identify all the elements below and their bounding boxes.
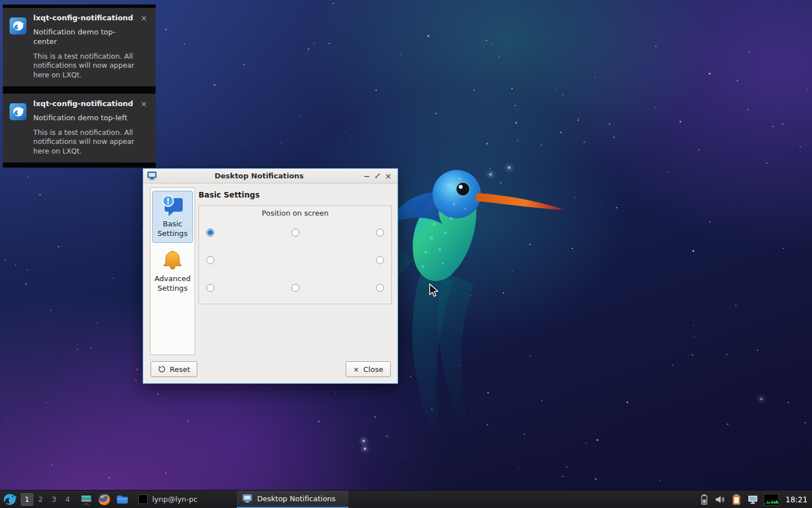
- radio-position-top-left[interactable]: [206, 218, 266, 246]
- groupbox-title: Position on screen: [199, 206, 391, 217]
- firefox-icon[interactable]: [98, 493, 111, 506]
- star: [760, 398, 762, 400]
- mouse-cursor: [427, 283, 440, 300]
- notification-top-left[interactable]: lxqt-config-notificationd × Notification…: [3, 90, 156, 168]
- star: [541, 144, 542, 146]
- task-button-terminal[interactable]: lynp@lyn-pc: [134, 491, 202, 508]
- star: [597, 439, 598, 441]
- star: [486, 143, 488, 144]
- star: [27, 177, 28, 178]
- star: [25, 283, 27, 284]
- window-icon: [242, 494, 252, 503]
- star: [626, 283, 627, 284]
- star: [345, 132, 346, 133]
- radio-indicator: [376, 284, 384, 292]
- star: [726, 354, 727, 355]
- star: [698, 149, 700, 151]
- workspace-button-1[interactable]: 1: [21, 493, 33, 506]
- close-window-button[interactable]: ×: [383, 169, 394, 183]
- star: [157, 393, 158, 395]
- star: [113, 278, 114, 279]
- star: [782, 124, 783, 125]
- minimize-button[interactable]: −: [361, 169, 372, 183]
- star: [486, 40, 487, 41]
- battery-icon[interactable]: [699, 493, 709, 506]
- star: [560, 132, 562, 133]
- radio-indicator: [206, 229, 214, 237]
- monitor-settings-icon[interactable]: [80, 493, 93, 506]
- lxqt-logo[interactable]: [2, 492, 17, 507]
- star: [427, 35, 429, 37]
- radio-position-bottom-center[interactable]: [266, 274, 325, 301]
- star: [435, 113, 436, 114]
- star: [584, 142, 585, 143]
- workspace-button-4[interactable]: 4: [61, 493, 74, 506]
- star: [498, 56, 500, 58]
- star: [318, 421, 320, 422]
- star: [749, 51, 750, 52]
- radio-position-bottom-right[interactable]: [325, 274, 384, 301]
- star: [350, 139, 351, 140]
- reset-icon: [158, 365, 166, 373]
- notification-app-name: lxqt-config-notificationd: [33, 99, 139, 108]
- star: [595, 478, 597, 480]
- star: [39, 194, 41, 195]
- clipboard-icon[interactable]: [731, 493, 742, 506]
- notification-body: This is a test notification. All notific…: [33, 52, 136, 80]
- star: [556, 89, 557, 90]
- star: [737, 80, 738, 81]
- window-title: Desktop Notifications: [157, 172, 361, 180]
- workspace-button-3[interactable]: 3: [48, 493, 60, 506]
- task-button-desktop-notifications[interactable]: Desktop Notifications: [237, 491, 348, 508]
- bell-icon: [160, 248, 185, 273]
- radio-position-middle-left[interactable]: [206, 246, 266, 274]
- sidebar-item-basic-settings[interactable]: Basic Settings: [152, 191, 193, 243]
- star: [594, 77, 595, 78]
- star: [562, 476, 563, 477]
- star: [585, 443, 586, 444]
- sidebar-item-advanced-settings[interactable]: Advanced Settings: [152, 246, 193, 297]
- star: [58, 246, 59, 247]
- close-icon[interactable]: ×: [139, 14, 149, 23]
- restore-button[interactable]: [372, 169, 383, 183]
- radio-position-top-right[interactable]: [325, 218, 384, 246]
- titlebar[interactable]: Desktop Notifications − ×: [143, 169, 398, 183]
- star: [214, 84, 215, 86]
- radio-position-top-center[interactable]: [266, 218, 325, 246]
- notification-top-center[interactable]: lxqt-config-notificationd × Notification…: [3, 5, 156, 91]
- close-icon[interactable]: ×: [139, 99, 149, 108]
- close-button[interactable]: × Close: [346, 361, 391, 377]
- radio-position-bottom-left[interactable]: [206, 274, 266, 301]
- clock[interactable]: 18:21: [785, 495, 809, 504]
- star: [492, 43, 493, 45]
- star: [376, 90, 377, 91]
- taskbar: 1 2 3 4 lynp@lyn-pc: [0, 490, 812, 508]
- radio-indicator: [292, 284, 299, 292]
- volume-icon[interactable]: [714, 494, 726, 505]
- file-manager-icon[interactable]: [116, 493, 129, 506]
- radio-position-middle-right[interactable]: [325, 246, 384, 274]
- star: [693, 325, 694, 326]
- star: [299, 115, 300, 116]
- star: [757, 349, 758, 351]
- star: [626, 401, 628, 403]
- star: [135, 380, 136, 381]
- star: [50, 310, 51, 311]
- display-icon[interactable]: [747, 494, 758, 505]
- reset-button[interactable]: Reset: [151, 361, 197, 377]
- star: [566, 466, 568, 468]
- star: [800, 146, 801, 147]
- window-body: Basic Settings Advanced Settings Basic S…: [143, 183, 398, 383]
- star: [601, 205, 602, 207]
- reset-button-label: Reset: [170, 365, 190, 374]
- star: [46, 402, 47, 403]
- star: [655, 107, 656, 108]
- star: [515, 105, 516, 106]
- star: [314, 42, 315, 43]
- star: [747, 109, 748, 110]
- workspace-button-2[interactable]: 2: [34, 493, 47, 506]
- system-monitor-icon[interactable]: [764, 494, 779, 506]
- star: [165, 29, 167, 30]
- star: [783, 248, 784, 249]
- star: [694, 336, 695, 338]
